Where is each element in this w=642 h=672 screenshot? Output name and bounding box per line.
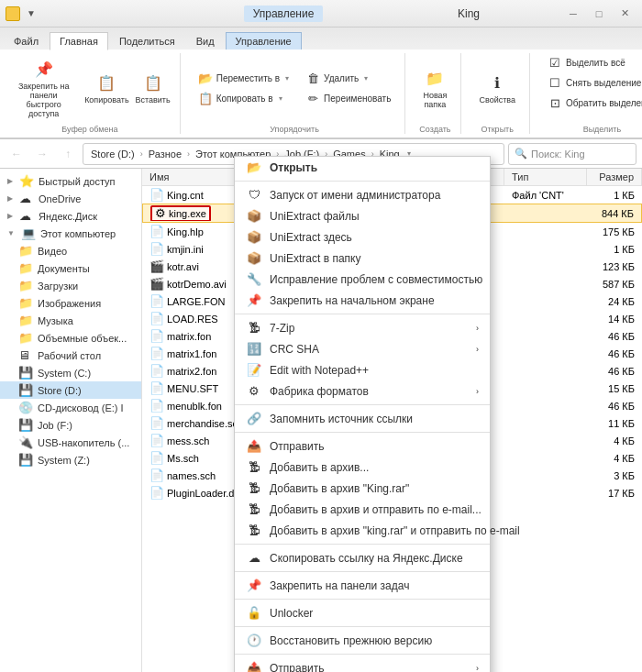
ctx-uni3-icon: 📦 <box>246 251 262 265</box>
path-raznoe[interactable]: Разное <box>149 149 182 160</box>
ctx-send2-icon: 📤 <box>246 661 262 672</box>
select-all-btn[interactable]: ☑ Выделить всё <box>541 53 642 72</box>
sidebar-item-downloads[interactable]: 📁 Загрузки <box>0 277 141 294</box>
sidebar-item-computer[interactable]: ▼ 💻 Этот компьютер <box>0 225 141 242</box>
ctx-add-email[interactable]: 🗜 Добавить в архив и отправить по e-mail… <box>235 499 490 520</box>
ctx-add-king-rar[interactable]: 🗜 Добавить в архив "King.rar" <box>235 478 490 499</box>
file-type <box>504 213 586 215</box>
file-size: 1 КБ <box>587 189 642 202</box>
clipboard-label: Буфер обмена <box>7 123 172 134</box>
ctx-unlocker[interactable]: 🔓 Unlocker <box>235 602 490 623</box>
sidebar-item-sysc[interactable]: 💾 System (C:) <box>0 364 141 381</box>
ctx-uniextract-here[interactable]: 📦 UniExtract здесь <box>235 226 490 248</box>
delete-btn[interactable]: 🗑 Удалить ▾ <box>299 69 397 88</box>
back-btn[interactable]: ← <box>6 143 28 165</box>
ctx-unlock-icon: 🔓 <box>246 606 262 620</box>
invert-icon: ⊡ <box>548 96 562 110</box>
sidebar-item-images[interactable]: 📁 Изображения <box>0 294 141 312</box>
sidebar-item-desktop[interactable]: 🖥 Рабочий стол <box>0 347 141 364</box>
col-header-type[interactable]: Тип <box>504 169 587 185</box>
sidebar-item-music[interactable]: 📁 Музыка <box>0 312 141 329</box>
ctx-crcsha[interactable]: 🔢 CRC SHA › <box>235 338 490 359</box>
sidebar-item-stored[interactable]: 💾 Store (D:) <box>0 381 141 399</box>
ctx-arch1-icon: 🗜 <box>246 460 262 474</box>
sidebar: ▶ ⭐ Быстрый доступ ▶ ☁ OneDrive ▶ ☁ Янде… <box>0 169 142 672</box>
new-folder-btn[interactable]: 📁 Новаяпапка <box>416 62 453 114</box>
ctx-open[interactable]: 📂 Открыть <box>235 157 490 178</box>
sidebar-item-video[interactable]: 📁 Видео <box>0 242 141 259</box>
ctx-crc-arrow: › <box>476 345 479 354</box>
ctx-notepadpp[interactable]: 📝 Edit with Notepad++ <box>235 359 490 380</box>
tab-share[interactable]: Поделиться <box>109 32 185 50</box>
ctx-fabrika[interactable]: ⚙ Фабрика форматов › <box>235 380 490 402</box>
copy-to-btn[interactable]: 📋 Копировать в ▾ <box>192 89 295 108</box>
ctx-admin-icon: 🛡 <box>246 188 262 202</box>
organize-col-1: 📂 Переместить в ▾ 📋 Копировать в ▾ <box>192 69 295 108</box>
deselect-btn[interactable]: ☐ Снять выделение <box>541 73 642 93</box>
sidebar-item-3d[interactable]: 📁 Объемные объек... <box>0 329 141 347</box>
search-box[interactable]: 🔍 Поиск: King <box>508 143 636 165</box>
copy-btn[interactable]: 📋 Копировать <box>83 67 129 109</box>
ctx-yadisk-icon: ☁ <box>246 551 262 565</box>
up-btn[interactable]: ↑ <box>57 143 79 165</box>
sidebar-item-jobf[interactable]: 💾 Job (F:) <box>0 416 141 434</box>
ctx-arch4-icon: 🗜 <box>246 523 262 537</box>
new-buttons: 📁 Новаяпапка <box>416 53 453 123</box>
minimize-btn[interactable]: ─ <box>561 5 585 23</box>
ctx-restore-icon: 🕐 <box>246 633 262 647</box>
ctx-sep7 <box>235 599 490 600</box>
sidebar-item-usb[interactable]: 🔌 USB-накопитель (... <box>0 434 141 451</box>
ctx-7zip[interactable]: 🗜 7-Zip › <box>235 317 490 338</box>
sidebar-item-quickaccess[interactable]: ▶ ⭐ Быстрый доступ <box>0 172 141 190</box>
paste-btn[interactable]: 📋 Вставить <box>133 67 172 109</box>
ctx-compat[interactable]: 🔧 Исправление проблем с совместимостью <box>235 269 490 290</box>
rename-btn[interactable]: ✏ Переименовать <box>299 89 397 108</box>
ctx-restore-version[interactable]: 🕐 Восстановить прежнюю версию <box>235 630 490 651</box>
ctx-uniextract-files[interactable]: 📦 UniExtract файлы <box>235 205 490 226</box>
move-to-btn[interactable]: 📂 Переместить в ▾ <box>192 69 295 88</box>
pin-quick-access-btn[interactable]: 📌 Закрепить на панелибыстрого доступа <box>7 53 80 123</box>
ctx-add-king-email[interactable]: 🗜 Добавить в архив "king.rar" и отправит… <box>235 520 490 541</box>
ctx-admin[interactable]: 🛡 Запуск от имени администратора <box>235 184 490 205</box>
app-tab-manage: Управление <box>191 7 376 20</box>
sidebar-item-onedrive[interactable]: ▶ ☁ OneDrive <box>0 190 141 207</box>
tab-manage[interactable]: Управление <box>226 32 302 50</box>
ctx-yandex-copy[interactable]: ☁ Скопировать ссылку на Яндекс.Диске <box>235 547 490 568</box>
ctx-sep9 <box>235 654 490 655</box>
ctx-send[interactable]: 📤 Отправить <box>235 435 490 457</box>
sidebar-item-docs[interactable]: 📁 Документы <box>0 259 141 277</box>
qa-btn-1[interactable]: ▼ <box>24 6 39 21</box>
path-store[interactable]: Store (D:) <box>91 149 135 160</box>
forward-btn[interactable]: → <box>31 143 53 165</box>
ctx-add-archive[interactable]: 🗜 Добавить в архив... <box>235 457 490 478</box>
ribbon-tabs: Файл Главная Поделиться Вид Управление <box>0 28 642 50</box>
tab-view[interactable]: Вид <box>186 32 225 50</box>
tab-file[interactable]: Файл <box>4 32 49 50</box>
ctx-send2[interactable]: 📤 Отправить › <box>235 657 490 672</box>
ctx-pin-start[interactable]: 📌 Закрепить на начальном экране <box>235 290 490 311</box>
ctx-uniextract-folder[interactable]: 📦 UniExtract в папку <box>235 248 490 269</box>
search-placeholder: Поиск: King <box>531 149 585 160</box>
sidebar-item-sysz[interactable]: 💾 System (Z:) <box>0 451 141 468</box>
new-folder-icon: 📁 <box>424 67 446 89</box>
ctx-7zip-icon: 🗜 <box>246 321 262 335</box>
tab-home[interactable]: Главная <box>50 32 108 50</box>
copy-icon: 📋 <box>95 72 117 94</box>
properties-btn[interactable]: ℹ Свойства <box>472 67 522 109</box>
ctx-crc-icon: 🔢 <box>246 342 262 356</box>
window-controls: ─ □ ✕ <box>561 5 636 23</box>
col-header-size[interactable]: Размер <box>587 169 642 185</box>
sidebar-item-cde[interactable]: 💿 CD-дисковод (E:) I <box>0 399 141 416</box>
close-btn[interactable]: ✕ <box>613 5 636 23</box>
ctx-pin-icon: 📌 <box>246 293 262 307</box>
ctx-sep8 <box>235 626 490 627</box>
copy-to-icon: 📋 <box>198 92 213 105</box>
move-icon: 📂 <box>198 72 213 85</box>
organize-buttons: 📂 Переместить в ▾ 📋 Копировать в ▾ 🗑 Уда… <box>192 53 398 123</box>
ctx-remember-link[interactable]: 🔗 Запомнить источник ссылки <box>235 408 490 429</box>
maximize-btn[interactable]: □ <box>587 5 611 23</box>
sidebar-item-yandex[interactable]: ▶ ☁ Яндекс.Диск <box>0 207 141 225</box>
ctx-pintask-icon: 📌 <box>246 578 262 592</box>
ctx-pin-taskbar[interactable]: 📌 Закрепить на панели задач <box>235 575 490 596</box>
invert-selection-btn[interactable]: ⊡ Обратить выделение <box>541 94 642 113</box>
